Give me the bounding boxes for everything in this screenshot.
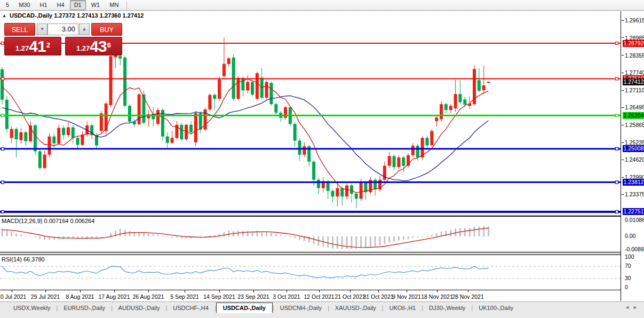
macd-signal-value: 0.006264 [70,218,94,224]
date-tick [45,290,46,292]
tab-ukoil-h1[interactable]: UKOil-,H1 [384,303,422,313]
volume-input[interactable]: 3.00 [47,23,78,35]
macd-tick-label: 0.00 [625,233,635,239]
date-tick-label: 28 Nov 2021 [449,293,487,300]
buy-button[interactable]: BUY [91,23,122,36]
date-tick [253,290,254,292]
price-level-badge: 1.26204 [623,112,644,119]
timeframe-button-h4[interactable]: H4 [53,0,69,10]
timeframe-toolbar: 5M30H1H4D1W1MN [0,0,644,11]
macd-tick-label: 0.010869 [625,217,644,223]
ohlc-open: 1.27372 [54,12,75,19]
tab-usdcad-daily[interactable]: USDCAD-,Daily [216,303,273,313]
price-tick [622,194,624,195]
price-tick-label: 1.28355 [625,52,644,59]
price-tick [622,142,624,143]
rsi-label: RSI(14) 66.3780 [2,256,45,263]
timeframe-button-w1[interactable]: W1 [87,0,105,10]
date-tick [468,290,468,292]
date-tick [287,290,287,292]
date-tick-label: 5 Sep 2021 [166,293,203,300]
price-tick [622,20,624,21]
buy-price-display[interactable]: 1.27436 [65,37,122,55]
tab-scroll-arrows: ◄► [625,305,641,310]
price-tick-label: 1.25865 [625,122,644,128]
sell-price-display[interactable]: 1.27412 [4,37,61,55]
date-tick [185,290,185,292]
ohlc-close: 1.27412 [123,12,144,19]
chart-symbol: USDCAD-,Daily [10,12,52,19]
price-tick [622,107,624,108]
date-tick-label: 29 Jul 2021 [27,293,64,300]
timeframe-button-m30[interactable]: M30 [14,0,34,10]
tab-eurusd-daily[interactable]: EURUSD-,Daily [58,303,111,313]
macd-tick-label: -0.008974 [625,246,644,252]
date-tick [319,290,320,292]
price-tick [622,160,624,160]
price-tick [622,90,624,91]
rsi-tick-label: 70 [625,263,631,269]
date-tick-label: 23 Sep 2021 [235,293,272,300]
price-tick-label: 1.23375 [625,191,644,197]
price-level-badge: 1.25008 [623,145,644,152]
timeframe-button-d1[interactable]: D1 [70,0,86,10]
date-axis[interactable]: 20 Jul 202129 Jul 20218 Aug 202117 Aug 2… [0,290,621,301]
price-tick [622,125,624,125]
price-tick-label: 1.26495 [625,104,644,110]
date-tick [350,290,351,292]
toolbar-divider [126,1,127,10]
current-price-badge: 1.27412 [623,78,644,85]
date-tick-label: 3 Oct 2021 [268,293,305,300]
date-tick [219,290,220,292]
ohlc-low: 1.27360 [100,12,121,19]
tab-audusd-daily[interactable]: AUDUSD-,Daily [113,303,166,313]
timeframe-button-mn[interactable]: MN [105,0,123,10]
macd-indicator-pane: MACD(12,26,9) 0.007164 0.006264 [0,216,621,252]
volume-increase-button[interactable]: ▲ [79,23,90,35]
tab-dj30-weekly[interactable]: DJ30-,Weekly [423,303,471,313]
price-tick [622,73,624,73]
date-tick [114,290,115,292]
symbol-tabs: USDX,Weekly|EURUSD-,Daily|AUDUSD-,Daily|… [7,302,519,314]
macd-label: MACD(12,26,9) 0.007164 0.006264 [2,218,94,224]
timeframe-button-5[interactable]: 5 [2,0,13,10]
scroll-left-icon[interactable]: ◄ [625,305,633,310]
date-tick [148,290,149,292]
timeframe-button-h1[interactable]: H1 [36,0,52,10]
price-tick-label: 1.24620 [625,156,644,163]
tab-usdcnh-daily[interactable]: USDCNH-,Daily [274,303,328,313]
symbol-tab-bar: USDX,Weekly|EURUSD-,Daily|AUDUSD-,Daily|… [0,301,644,318]
rsi-value: 66.3780 [23,256,45,263]
price-level-badge: 1.23812 [623,179,644,186]
date-tick [12,290,12,292]
date-tick-label: 8 Aug 2021 [61,293,99,300]
price-tick-label: 1.25235 [625,139,644,146]
date-tick-label: 26 Aug 2021 [130,293,167,300]
date-tick [407,290,407,292]
scroll-right-icon[interactable]: ► [633,305,641,310]
tab-usdx-weekly[interactable]: USDX,Weekly [7,303,56,313]
chart-title: ▲ USDCAD-,Daily 1.27372 1.27413 1.27360 … [2,12,144,19]
macd-value: 0.007164 [44,218,68,224]
price-tick [622,55,624,55]
price-level-badge: 1.28792 [623,40,644,47]
tab-xauusd-daily[interactable]: XAUUSD-,Daily [329,303,382,313]
volume-decrease-button[interactable]: ▼ [37,23,47,35]
date-tick [437,290,438,292]
ohlc-high: 1.27413 [77,12,98,19]
tab-usdchf-h4[interactable]: USDCHF-,H4 [167,303,214,313]
price-axis[interactable]: 1.296151.289851.283551.277401.271101.264… [621,11,644,301]
chevron-up-icon: ▲ [82,27,86,31]
date-tick [378,290,379,292]
date-tick-label: 14 Sep 2021 [201,293,238,300]
date-tick [80,290,81,292]
rsi-line-chart [0,255,621,291]
collapse-icon[interactable]: ▲ [2,13,6,18]
rsi-tick-label: 30 [625,275,631,281]
tab-uk100-daily[interactable]: UK100-,Daily [473,303,519,313]
price-tick-label: 1.29615 [625,17,644,23]
sell-button[interactable]: SELL [4,23,35,36]
one-click-trade-panel: SELL ▼ 3.00 ▲ BUY 1.27412 1.27436 [4,23,122,55]
rsi-tick-label: 100 [625,253,634,260]
rsi-indicator-pane: RSI(14) 66.3780 [0,255,621,290]
